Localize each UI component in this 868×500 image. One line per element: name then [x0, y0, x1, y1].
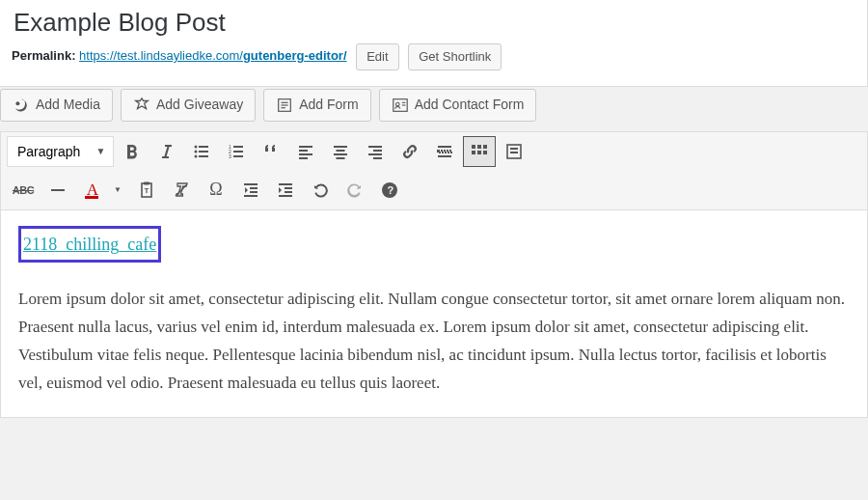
permalink-label: Permalink: [12, 48, 75, 63]
editor-content[interactable]: 2118_chilling_cafe Lorem ipsum dolor sit… [1, 210, 867, 417]
svg-point-0 [15, 101, 19, 105]
svg-rect-27 [334, 153, 347, 155]
svg-rect-12 [199, 151, 208, 153]
align-right-button[interactable] [359, 136, 392, 167]
paragraph-text: Lorem ipsum dolor sit amet, consectetur … [18, 286, 850, 398]
svg-rect-37 [477, 145, 481, 149]
svg-text:?: ? [388, 184, 394, 196]
link-button[interactable] [393, 136, 426, 167]
giveaway-icon [133, 97, 150, 114]
text-color-button[interactable]: A [76, 175, 109, 206]
svg-rect-39 [472, 151, 475, 154]
svg-rect-50 [250, 187, 258, 189]
svg-rect-43 [510, 148, 518, 150]
svg-rect-24 [299, 157, 308, 159]
svg-point-11 [195, 150, 198, 153]
horizontal-rule-button[interactable] [41, 175, 74, 206]
numbered-list-button[interactable]: 123 [220, 136, 253, 167]
add-contact-form-button[interactable]: Add Contact Form [379, 89, 537, 122]
text-color-dropdown[interactable]: ▼ [111, 175, 128, 206]
paste-text-button[interactable]: T [130, 175, 163, 206]
svg-rect-40 [477, 151, 481, 154]
svg-rect-55 [285, 191, 292, 193]
align-center-button[interactable] [324, 136, 357, 167]
get-shortlink-button[interactable]: Get Shortlink [408, 43, 502, 70]
more-button[interactable] [428, 136, 461, 167]
edit-permalink-button[interactable]: Edit [356, 43, 398, 70]
svg-rect-21 [299, 146, 312, 148]
special-char-button[interactable]: Ω [200, 175, 232, 206]
svg-rect-18 [233, 151, 243, 153]
align-left-button[interactable] [289, 136, 322, 167]
clear-formatting-button[interactable] [165, 175, 198, 206]
svg-rect-10 [199, 146, 208, 148]
svg-rect-28 [337, 157, 345, 159]
undo-button[interactable] [304, 175, 337, 206]
svg-rect-26 [337, 150, 345, 152]
svg-rect-51 [250, 191, 258, 193]
svg-rect-36 [472, 145, 475, 149]
svg-rect-14 [199, 155, 208, 157]
svg-rect-35 [438, 155, 451, 157]
svg-rect-23 [299, 153, 312, 155]
fullscreen-button[interactable] [498, 136, 530, 167]
svg-rect-41 [483, 151, 487, 154]
svg-point-6 [395, 102, 399, 106]
svg-rect-46 [144, 181, 149, 184]
svg-rect-38 [483, 145, 487, 149]
bullet-list-button[interactable] [185, 136, 218, 167]
add-giveaway-button[interactable]: Add Giveaway [121, 89, 256, 122]
svg-rect-31 [368, 153, 382, 155]
svg-rect-54 [285, 187, 292, 189]
outdent-button[interactable] [234, 175, 267, 206]
redo-button[interactable] [339, 175, 371, 206]
svg-rect-30 [373, 150, 382, 152]
svg-rect-25 [334, 146, 347, 148]
svg-rect-22 [299, 150, 308, 152]
svg-text:3: 3 [229, 153, 231, 159]
svg-point-13 [195, 154, 198, 157]
form-icon [276, 97, 293, 114]
svg-text:T: T [145, 186, 149, 195]
contact-form-icon [392, 97, 409, 114]
bold-button[interactable] [116, 136, 149, 167]
svg-rect-52 [244, 195, 258, 197]
svg-rect-56 [279, 195, 292, 197]
svg-rect-16 [233, 146, 243, 148]
media-icon [13, 97, 30, 114]
italic-button[interactable] [150, 136, 183, 167]
blockquote-button[interactable] [255, 136, 287, 167]
svg-rect-29 [368, 146, 382, 148]
toolbar-toggle-button[interactable] [463, 136, 496, 167]
add-media-button[interactable]: Add Media [0, 89, 113, 122]
chevron-down-icon: ▼ [95, 146, 105, 156]
add-form-button[interactable]: Add Form [263, 89, 370, 122]
svg-rect-49 [244, 183, 258, 185]
svg-rect-20 [233, 155, 243, 157]
help-button[interactable]: ? [373, 175, 406, 206]
svg-rect-53 [279, 183, 292, 185]
svg-point-9 [195, 145, 198, 148]
format-select[interactable]: Paragraph▼ [7, 136, 114, 167]
svg-rect-33 [438, 146, 451, 148]
indent-button[interactable] [269, 175, 302, 206]
permalink-row: Permalink: https://test.lindsayliedke.co… [12, 42, 855, 80]
strikethrough-button[interactable]: ABC [7, 175, 40, 206]
permalink-url[interactable]: https://test.lindsayliedke.com/gutenberg… [79, 48, 346, 63]
svg-rect-34 [438, 151, 451, 153]
svg-rect-32 [373, 157, 382, 159]
post-title-input[interactable] [12, 4, 855, 42]
svg-rect-44 [510, 152, 518, 153]
inserted-link[interactable]: 2118_chilling_cafe [18, 226, 161, 264]
